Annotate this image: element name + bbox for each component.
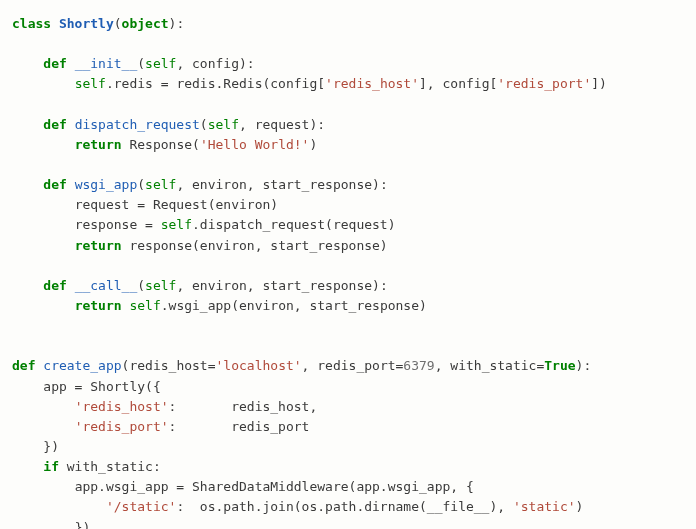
- self: self: [208, 117, 239, 132]
- indent: [12, 439, 43, 454]
- code-line: }): [12, 439, 59, 454]
- indent: [12, 479, 75, 494]
- string: 'redis_port': [497, 76, 591, 91]
- string: 'Hello World!': [200, 137, 310, 152]
- punct: (: [137, 278, 145, 293]
- text: , redis_port=: [302, 358, 404, 373]
- space: [67, 177, 75, 192]
- text: ], config[: [419, 76, 497, 91]
- code-line: class Shortly(object):: [12, 16, 184, 31]
- text: : os.path.join(os.path.dirname(__file__)…: [176, 499, 513, 514]
- indent: [12, 520, 75, 529]
- keyword-if: if: [43, 459, 59, 474]
- indent: [12, 238, 75, 253]
- code-line: return response(environ, start_response): [12, 238, 388, 253]
- indent: [12, 278, 43, 293]
- string: 'redis_port': [75, 419, 169, 434]
- indent: [12, 137, 75, 152]
- keyword-return: return: [75, 137, 122, 152]
- indent: [12, 499, 106, 514]
- space: [67, 56, 75, 71]
- indent: [12, 117, 43, 132]
- text: , with_static=: [435, 358, 545, 373]
- string: '/static': [106, 499, 176, 514]
- code-block: class Shortly(object): def __init__(self…: [0, 0, 696, 529]
- space: [67, 117, 75, 132]
- indent: [12, 197, 75, 212]
- indent: [12, 379, 43, 394]
- indent: [12, 298, 75, 313]
- builtin-object: object: [122, 16, 169, 31]
- string: 'redis_host': [325, 76, 419, 91]
- indent: [12, 177, 43, 192]
- code-line: def wsgi_app(self, environ, start_respon…: [12, 177, 388, 192]
- keyword-def: def: [12, 358, 35, 373]
- self: self: [75, 76, 106, 91]
- code-line: return Response('Hello World!'): [12, 137, 317, 152]
- text: .wsgi_app(environ, start_response): [161, 298, 427, 313]
- func-name: wsgi_app: [75, 177, 138, 192]
- func-name: __call__: [75, 278, 138, 293]
- text: response(environ, start_response): [122, 238, 388, 253]
- text: app = Shortly({: [43, 379, 160, 394]
- code-line: app.wsgi_app = SharedDataMiddleware(app.…: [12, 479, 474, 494]
- string: 'static': [513, 499, 576, 514]
- text: }): [43, 439, 59, 454]
- self: self: [145, 278, 176, 293]
- text: request = Request(environ): [75, 197, 279, 212]
- indent: [12, 217, 75, 232]
- code-line: 'redis_host': redis_host,: [12, 399, 317, 414]
- keyword-class: class: [12, 16, 51, 31]
- func-name: __init__: [75, 56, 138, 71]
- keyword-def: def: [43, 117, 66, 132]
- code-line: request = Request(environ): [12, 197, 278, 212]
- params: , environ, start_response):: [176, 278, 387, 293]
- text: : redis_host,: [169, 399, 318, 414]
- code-line: app = Shortly({: [12, 379, 161, 394]
- text: ): [576, 499, 584, 514]
- code-line: 'redis_port': redis_port: [12, 419, 309, 434]
- keyword-return: return: [75, 298, 122, 313]
- punct: (: [114, 16, 122, 31]
- keyword-return: return: [75, 238, 122, 253]
- text: ): [309, 137, 317, 152]
- self: self: [161, 217, 192, 232]
- number: 6379: [403, 358, 434, 373]
- params: , config):: [176, 56, 254, 71]
- punct: ):: [169, 16, 185, 31]
- code-line: def dispatch_request(self, request):: [12, 117, 325, 132]
- text: Response(: [122, 137, 200, 152]
- code-line: def __init__(self, config):: [12, 56, 255, 71]
- code-line: return self.wsgi_app(environ, start_resp…: [12, 298, 427, 313]
- self: self: [145, 56, 176, 71]
- indent: [12, 56, 43, 71]
- text: app.wsgi_app = SharedDataMiddleware(app.…: [75, 479, 474, 494]
- code-line: if with_static:: [12, 459, 161, 474]
- code-line: self.redis = redis.Redis(config['redis_h…: [12, 76, 607, 91]
- bool: True: [544, 358, 575, 373]
- space: [67, 278, 75, 293]
- text: ]): [591, 76, 607, 91]
- params: , request):: [239, 117, 325, 132]
- text: : redis_port: [169, 419, 310, 434]
- text: with_static:: [59, 459, 161, 474]
- self: self: [129, 298, 160, 313]
- func-name: create_app: [43, 358, 121, 373]
- punct: (: [137, 56, 145, 71]
- text: }): [75, 520, 91, 529]
- text: .redis = redis.Redis(config[: [106, 76, 325, 91]
- code-line: def create_app(redis_host='localhost', r…: [12, 358, 591, 373]
- code-line: }): [12, 520, 90, 529]
- class-name: Shortly: [59, 16, 114, 31]
- indent: [12, 76, 75, 91]
- keyword-def: def: [43, 56, 66, 71]
- indent: [12, 459, 43, 474]
- indent: [12, 399, 75, 414]
- params: , environ, start_response):: [176, 177, 387, 192]
- func-name: dispatch_request: [75, 117, 200, 132]
- code-line: def __call__(self, environ, start_respon…: [12, 278, 388, 293]
- text: redis_host=: [129, 358, 215, 373]
- punct: (: [137, 177, 145, 192]
- punct: (: [200, 117, 208, 132]
- keyword-def: def: [43, 278, 66, 293]
